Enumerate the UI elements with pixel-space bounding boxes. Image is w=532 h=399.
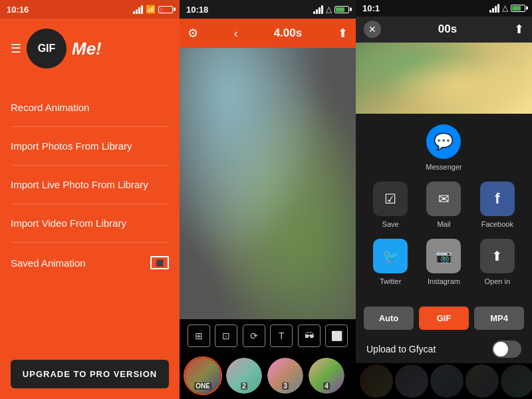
film-thumb-3[interactable]: 3	[266, 356, 305, 395]
format-gif-button[interactable]: GIF	[419, 307, 469, 330]
preview-blur-bg	[180, 48, 356, 319]
tool-adjust-icon[interactable]: ⊞	[188, 325, 210, 347]
logo-circle: GIF	[27, 29, 66, 68]
film-thumb-2[interactable]: 2	[225, 356, 263, 395]
editor-toolbar: ⚙ ‹ 4.00s ⬆	[180, 19, 356, 48]
share-row-2: ☑ Save ✉ Mail f Facebook	[364, 182, 524, 228]
status-time-left: 10:16	[7, 5, 29, 15]
messenger-icon: 💬	[426, 124, 461, 159]
dark-thumb-3	[430, 364, 464, 398]
status-bar-mid: 10:18 △	[180, 0, 356, 19]
share-open-in[interactable]: ⬆ Open in	[480, 239, 515, 285]
twitter-label: Twitter	[380, 277, 401, 285]
signal-icon-right	[489, 4, 499, 13]
share-facebook[interactable]: f Facebook	[480, 182, 515, 228]
upgrade-button[interactable]: UPGRADE TO PRO VERSION	[11, 360, 169, 388]
film-label-1: ONE	[194, 382, 211, 390]
hamburger-icon[interactable]: ☰	[11, 41, 21, 56]
tool-sunglasses-icon[interactable]: 🕶	[298, 325, 321, 347]
share-options: 💬 Messenger ☑ Save ✉ Mail f Facebook 🐦	[356, 114, 532, 301]
battery-icon-right	[511, 5, 525, 12]
logo-gif: GIF	[38, 43, 56, 55]
open-in-icon: ⬆	[480, 239, 515, 273]
dark-filmstrip	[356, 363, 532, 399]
share-save[interactable]: ☑ Save	[373, 182, 408, 228]
close-button[interactable]: ✕	[364, 21, 381, 38]
tool-frame-icon[interactable]: ⬜	[325, 325, 348, 347]
share-toolbar: ✕ 00s ⬆	[356, 17, 532, 43]
format-auto-button[interactable]: Auto	[364, 307, 414, 330]
menu-import-live-photo[interactable]: Import Live Photo From Library	[11, 166, 169, 204]
dark-thumb-4	[466, 364, 499, 398]
dark-thumb-5	[501, 364, 532, 398]
dark-thumb-1	[360, 364, 393, 398]
share-mail[interactable]: ✉ Mail	[426, 182, 461, 228]
status-bar-left: 10:16 📶	[0, 0, 180, 19]
share-preview	[356, 43, 532, 114]
menu-import-photos[interactable]: Import Photos From Library	[11, 127, 169, 166]
status-icons-right: △	[489, 3, 525, 13]
dark-thumb-2	[395, 364, 428, 398]
share-instagram[interactable]: 📷 Instagram	[426, 239, 461, 285]
instagram-label: Instagram	[428, 277, 460, 285]
wifi-icon-right: △	[502, 3, 508, 13]
film-label-4: 4	[323, 382, 330, 390]
film-thumb-1[interactable]: ONE	[184, 356, 222, 395]
share-messenger[interactable]: 💬 Messenger	[426, 124, 462, 171]
saved-animation-icon: ⬛	[150, 256, 169, 269]
menu-saved-animation[interactable]: Saved Animation ⬛	[11, 243, 169, 283]
battery-icon-mid	[334, 6, 349, 13]
share-upload-icon[interactable]: ⬆	[514, 22, 524, 37]
film-label-3: 3	[282, 382, 289, 390]
share-row-3: 🐦 Twitter 📷 Instagram ⬆ Open in	[364, 239, 524, 285]
mail-label: Mail	[437, 220, 450, 228]
status-bar-right: 10:1 △	[356, 0, 532, 17]
menu-items: Record Animation Import Photos From Libr…	[0, 88, 180, 349]
format-mp4-button[interactable]: MP4	[474, 307, 524, 330]
share-icon[interactable]: ⬆	[338, 26, 348, 41]
upload-gfycat-label: Upload to Gfycat	[366, 344, 436, 354]
film-thumb-4[interactable]: 4	[307, 356, 346, 395]
panel-right: 10:1 △ ✕ 00s ⬆ 💬 Messenger	[356, 0, 532, 399]
editor-preview	[180, 48, 356, 319]
back-icon[interactable]: ‹	[234, 27, 238, 41]
film-label-2: 2	[241, 382, 247, 390]
open-in-label: Open in	[485, 277, 511, 285]
menu-record-animation[interactable]: Record Animation	[11, 88, 169, 127]
status-icons-mid: △	[313, 5, 349, 14]
bottom-tools: ⊞ ⊡ ⟳ T 🕶 ⬜	[180, 319, 356, 352]
signal-icon-mid	[313, 5, 323, 14]
share-row-1: 💬 Messenger	[364, 124, 524, 171]
messenger-label: Messenger	[426, 163, 462, 171]
instagram-icon: 📷	[426, 239, 461, 273]
facebook-icon: f	[480, 182, 515, 216]
toggle-knob	[493, 342, 508, 356]
share-editor-title: 00s	[438, 23, 457, 36]
facebook-label: Facebook	[481, 220, 513, 228]
wifi-icon-mid: △	[326, 5, 332, 14]
tool-animation-icon[interactable]: ⟳	[243, 325, 265, 347]
save-icon: ☑	[373, 182, 408, 216]
battery-icon	[158, 6, 173, 13]
status-time-right: 10:1	[362, 3, 380, 13]
upgrade-btn-area: UPGRADE TO PRO VERSION	[0, 349, 180, 399]
share-twitter[interactable]: 🐦 Twitter	[373, 239, 408, 285]
tool-grid-icon[interactable]: ⊡	[215, 325, 237, 347]
share-preview-blur	[356, 43, 532, 114]
settings-icon[interactable]: ⚙	[188, 26, 198, 41]
filmstrip: ONE 2 3 4	[180, 352, 356, 399]
signal-icon	[133, 5, 143, 14]
menu-import-video[interactable]: Import Video From Library	[11, 204, 169, 243]
editor-duration: 4.00s	[274, 27, 303, 40]
upload-row: Upload to Gfycat	[356, 335, 532, 363]
logo-area: ☰ GIF Me!	[0, 19, 180, 75]
status-time-mid: 10:18	[186, 5, 208, 15]
format-row: Auto GIF MP4	[356, 301, 532, 335]
tool-text-icon[interactable]: T	[270, 325, 293, 347]
status-icons-left: 📶	[133, 5, 173, 14]
panel-left: 10:16 📶 ☰ GIF Me! Record Animation Impor…	[0, 0, 180, 399]
save-label: Save	[382, 220, 399, 228]
upload-gfycat-toggle[interactable]	[492, 340, 521, 358]
wifi-icon: 📶	[146, 5, 156, 14]
logo-me-text: Me!	[72, 39, 102, 59]
